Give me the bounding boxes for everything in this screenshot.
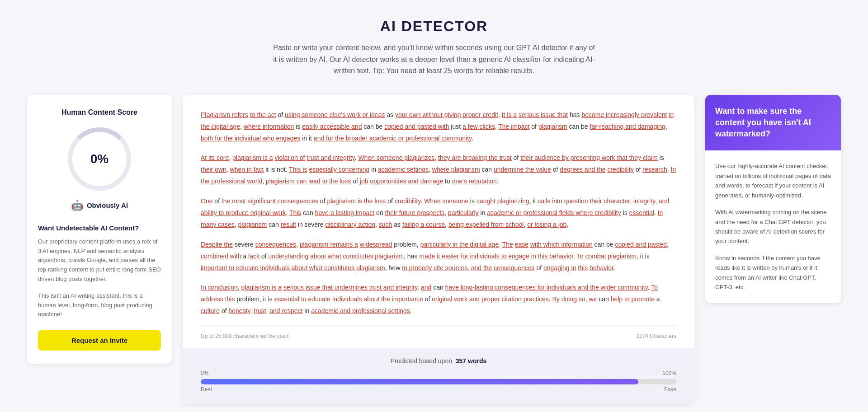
right-panel-body: Use our highly-accurate AI content check… (705, 150, 841, 303)
center-panel: Plagiarism refers to the act of using so… (183, 95, 694, 404)
bar-labels: 0% 100% (201, 370, 676, 376)
bar-sublabels: Real Fake (201, 386, 676, 393)
progress-bar-track (201, 379, 676, 384)
right-panel-p1: Use our highly-accurate AI content check… (715, 161, 831, 200)
progress-bar-fill (201, 379, 638, 384)
right-panel-p3: Know in seconds if the content you have … (715, 253, 831, 292)
prediction-label: Predicted based upon 357 words (201, 357, 676, 365)
robot-icon: 🤖 (71, 200, 83, 211)
right-panel-title: Want to make sure the content you have i… (715, 106, 831, 140)
left-panel: Human Content Score 0% 🤖 Obviously AI Wa… (27, 95, 172, 364)
uai-note: This isn't an AI writing assistant, this… (38, 291, 161, 319)
bar-fake-label: Fake (664, 386, 676, 393)
uai-description: Our proprietary content platform uses a … (38, 237, 161, 284)
page-subtitle: Paste or write your content below, and y… (271, 42, 597, 77)
score-circle-wrapper: 0% (38, 127, 161, 191)
bar-real-label: Real (201, 386, 212, 393)
request-invite-button[interactable]: Request an Invite (38, 330, 161, 351)
score-circle: 0% (68, 127, 131, 191)
right-panel-header: Want to make sure the content you have i… (705, 95, 841, 151)
paragraph-5: In conclusion, plagiarism is a serious i… (201, 282, 676, 317)
ai-label: 🤖 Obviously AI (38, 200, 161, 211)
right-panel-p2: With AI watermarking coming on the scene… (715, 207, 831, 246)
human-score-title: Human Content Score (38, 108, 161, 117)
page-title: AI DETECTOR (27, 18, 841, 35)
bar-right-percent: 100% (662, 370, 676, 376)
character-count: 2274 Characters (636, 333, 676, 339)
paragraph-1: Plagiarism refers to the act of using so… (201, 109, 676, 145)
page-header: AI DETECTOR Paste or write your content … (27, 18, 841, 77)
right-panel: Want to make sure the content you have i… (705, 95, 841, 303)
score-value: 0% (90, 152, 108, 166)
character-count-bar: Up to 25,000 characters will be used. 22… (201, 325, 676, 339)
ai-label-text: Obviously AI (87, 201, 128, 209)
paragraph-2: At its core, plagiarism is a violation o… (201, 152, 676, 187)
paragraph-3: One of the most significant consequences… (201, 196, 676, 231)
main-layout: Human Content Score 0% 🤖 Obviously AI Wa… (27, 95, 841, 404)
bar-left-percent: 0% (201, 370, 208, 376)
content-text-area[interactable]: Plagiarism refers to the act of using so… (201, 109, 676, 317)
character-limit-label: Up to 25,000 characters will be used. (201, 333, 290, 339)
prediction-words: 357 words (456, 357, 486, 365)
paragraph-4: Despite the severe consequences, plagiar… (201, 239, 676, 274)
uai-title: Want Undetectable AI Content? (38, 224, 161, 232)
prediction-bar-wrapper: Predicted based upon 357 words 0% 100% R… (183, 348, 694, 404)
